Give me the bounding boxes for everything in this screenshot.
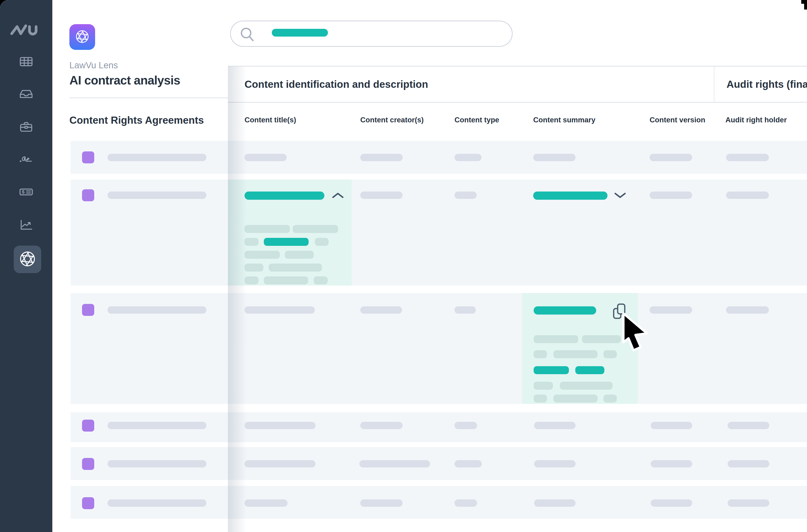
- cell-skeleton-title: [245, 306, 315, 314]
- cell-skeleton-type: [454, 460, 482, 468]
- cell-skeleton-audit: [728, 499, 769, 507]
- cell-skeleton-title: [245, 499, 287, 507]
- table-row[interactable]: [71, 412, 807, 442]
- table-row[interactable]: [71, 293, 807, 404]
- cell-skeleton-audit: [726, 306, 769, 314]
- brand-eyebrow: LawVu Lens: [69, 60, 118, 70]
- cell-skeleton-type: [454, 422, 477, 429]
- table-row[interactable]: [71, 179, 807, 285]
- group-header-audit-rights: Audit rights (fina: [727, 66, 807, 102]
- search-icon: [240, 27, 255, 42]
- title-detail-skeleton: [314, 277, 328, 284]
- lawvu-logo: [10, 21, 43, 40]
- sidebar-item-inbox[interactable]: [0, 87, 52, 101]
- cell-skeleton-version: [650, 191, 692, 199]
- cell-skeleton-creator: [360, 191, 402, 199]
- group-bottom-border: [228, 102, 807, 102]
- row-color-chip: [82, 420, 94, 432]
- grid-icon: [19, 54, 34, 70]
- sidebar-item-lawvu-home[interactable]: [0, 21, 52, 40]
- summary-detail-highlight: [575, 366, 604, 374]
- page-title: AI contract analysis: [69, 73, 180, 87]
- cell-skeleton-version: [651, 460, 692, 468]
- briefcase-icon: [19, 119, 34, 135]
- cell-skeleton-title: [245, 422, 316, 429]
- row-label-skeleton: [108, 422, 206, 429]
- divider: [69, 97, 228, 98]
- cell-skeleton-title: [245, 460, 316, 468]
- title-detail-skeleton: [269, 264, 322, 271]
- row-label-skeleton: [108, 154, 206, 161]
- summary-detail-skeleton: [560, 382, 613, 390]
- cell-skeleton-creator: [360, 306, 402, 314]
- row-label-skeleton: [108, 460, 206, 468]
- sidebar-item-workspace[interactable]: [0, 120, 52, 134]
- title-detail-skeleton: [245, 225, 290, 233]
- summary-detail-skeleton: [553, 350, 598, 358]
- cell-skeleton-summary: [534, 499, 576, 507]
- title-detail-skeleton: [293, 225, 338, 233]
- sidebar-item-lens[interactable]: [14, 246, 41, 273]
- table-row[interactable]: [71, 447, 807, 480]
- table-row[interactable]: [71, 141, 807, 174]
- row-label-skeleton: [108, 306, 206, 314]
- column-header-content-version[interactable]: Content version: [650, 116, 705, 124]
- column-header-audit-right-holder[interactable]: Audit right holder: [726, 116, 787, 124]
- summary-detail-skeleton: [533, 350, 547, 358]
- cell-skeleton-summary: [534, 422, 576, 429]
- summary-detail-skeleton: [553, 395, 598, 402]
- row-color-chip: [82, 304, 94, 316]
- title-detail-skeleton: [245, 277, 259, 284]
- cell-skeleton-creator: [360, 499, 402, 507]
- collection-title: Content Rights Agreements: [69, 114, 204, 126]
- cell-skeleton-summary: [533, 154, 576, 161]
- row-color-chip: [82, 497, 94, 509]
- billing-icon: $: [18, 185, 34, 200]
- group-header-content-identification: Content identification and description: [245, 66, 428, 102]
- cell-skeleton-creator: [359, 460, 430, 468]
- row-color-chip: [82, 458, 94, 470]
- row-color-chip: [82, 189, 94, 201]
- summary-detail-skeleton: [533, 395, 547, 402]
- title-detail-skeleton: [264, 277, 308, 284]
- cell-skeleton-title: [245, 154, 287, 161]
- column-header-content-summary[interactable]: Content summary: [533, 116, 596, 124]
- column-header-content-creator[interactable]: Content creator(s): [360, 116, 424, 124]
- cell-skeleton-version: [650, 154, 692, 161]
- column-header-content-title[interactable]: Content title(s): [245, 116, 296, 124]
- cell-skeleton-type: [454, 191, 477, 199]
- cell-skeleton-version: [651, 499, 692, 507]
- title-detail-skeleton: [245, 238, 259, 246]
- inbox-icon: [19, 87, 34, 102]
- revealed-title-value: [245, 191, 324, 200]
- cell-skeleton-creator: [360, 154, 402, 161]
- screen-corner-artifact: [804, 2, 807, 10]
- sidebar-item-signatures[interactable]: [0, 152, 52, 167]
- summary-detail-highlight: [533, 366, 569, 374]
- lens-aperture-icon: [19, 250, 36, 268]
- revealed-summary-value: [533, 306, 596, 315]
- row-color-chip: [82, 151, 94, 164]
- summary-detail-skeleton: [533, 382, 553, 390]
- chevron-up-icon[interactable]: [332, 192, 344, 198]
- summary-detail-skeleton: [533, 335, 578, 343]
- group-divider: [714, 66, 714, 102]
- cell-skeleton-version: [651, 422, 692, 429]
- cell-skeleton-audit: [728, 460, 769, 468]
- cell-skeleton-audit: [726, 191, 769, 199]
- cell-skeleton-audit: [728, 422, 769, 429]
- sidebar-item-analytics[interactable]: [0, 218, 52, 232]
- cell-skeleton-summary: [534, 460, 576, 468]
- cell-skeleton-version: [650, 306, 692, 314]
- column-header-content-type[interactable]: Content type: [454, 116, 499, 124]
- svg-text:$: $: [22, 189, 25, 195]
- row-label-skeleton: [108, 499, 206, 507]
- title-detail-skeleton: [245, 251, 280, 259]
- signature-icon: [18, 152, 34, 167]
- sidebar-item-billing[interactable]: $: [0, 185, 52, 200]
- sidebar-item-matters[interactable]: [0, 55, 52, 69]
- cell-skeleton-type: [454, 306, 476, 314]
- search-input[interactable]: [230, 21, 512, 47]
- table-row[interactable]: [71, 486, 807, 519]
- chevron-down-icon[interactable]: [614, 192, 626, 198]
